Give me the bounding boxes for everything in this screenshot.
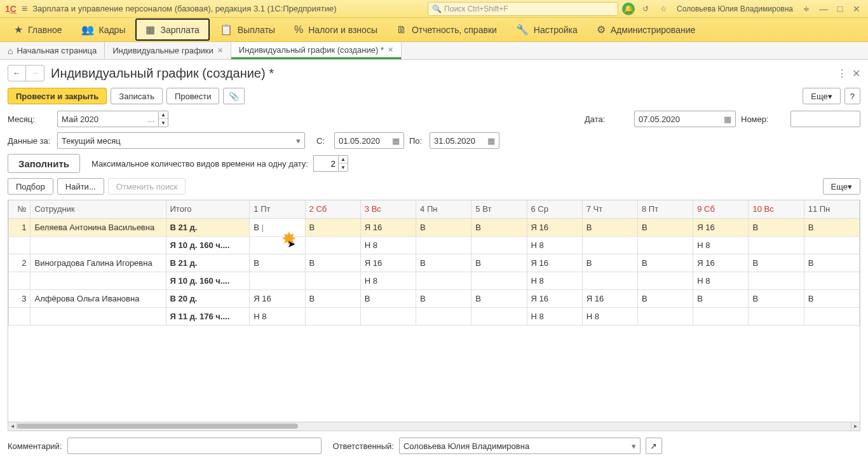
nav-forward-button[interactable]: → — [26, 66, 44, 81]
to-date: 31.05.2020 ▦ — [430, 132, 499, 149]
menu-item-1[interactable]: 👥Кадры — [72, 20, 135, 39]
tab-0[interactable]: ⌂Начальная страница — [0, 42, 105, 59]
menu-icon[interactable]: ≡ — [22, 3, 27, 15]
scroll-left-button[interactable]: ◂ — [8, 422, 17, 429]
open-responsible-button[interactable]: ↗ — [646, 438, 662, 454]
bell-icon[interactable]: 🔔 — [622, 3, 635, 15]
menu-item-5[interactable]: 🗎Отчетность, справки — [388, 20, 506, 39]
tab-2[interactable]: Индивидуальный график (создание) *✕ — [231, 42, 402, 59]
menu-item-3[interactable]: 📋Выплаты — [211, 20, 284, 39]
user-name[interactable]: Соловьева Юлия Владимировна — [677, 4, 793, 13]
filter-icon[interactable]: ≑ — [799, 2, 813, 16]
calendar-icon: ▦ — [485, 136, 495, 146]
comment-input[interactable] — [67, 438, 322, 454]
table-row[interactable]: 3Алфёрова Ольга ИвановнаВ 20 д.Я 16ВВВВЯ… — [9, 289, 860, 307]
minimize-button[interactable]: — — [817, 4, 830, 14]
search-icon: 🔍 — [432, 4, 442, 13]
menu-item-0[interactable]: ★Главное — [5, 20, 71, 39]
max-types-input[interactable] — [313, 155, 339, 172]
find-button[interactable]: Найти... — [57, 178, 104, 195]
tab-1[interactable]: Индивидуальные графики✕ — [105, 42, 231, 59]
chevron-down-icon: ▾ — [848, 182, 852, 191]
table-row[interactable]: Я 11 д. 176 ч....Н 8Н 8Н 8 — [9, 307, 860, 325]
app-title: Зарплата и управление персоналом (базова… — [32, 4, 336, 13]
chevron-down-icon[interactable]: ▾ — [629, 441, 636, 451]
data-for-select[interactable]: Текущий месяц ▾ — [57, 132, 305, 149]
menu-icon-0: ★ — [14, 24, 23, 36]
home-icon: ⌂ — [8, 46, 13, 56]
menu-icon-1: 👥 — [81, 24, 94, 36]
from-date: 01.05.2020 ▦ — [334, 132, 404, 149]
post-and-close-button[interactable]: Провести и закрыть — [8, 88, 107, 104]
table-row[interactable]: Я 10 д. 160 ч....Н 8Н 8Н 8 — [9, 272, 860, 289]
number-input[interactable] — [790, 111, 860, 127]
close-button[interactable]: ✕ — [850, 4, 863, 14]
menu-icon-6: 🔧 — [516, 24, 529, 36]
attach-button[interactable]: 📎 — [223, 88, 245, 104]
table-row[interactable]: 1Беляева Антонина ВасильевнаВ 21 д.В |ВЯ… — [9, 218, 860, 236]
page-title: Индивидуальный график (создание) * — [51, 66, 274, 81]
page: ← → Индивидуальный график (создание) * ⋮… — [0, 60, 868, 459]
tab-close-icon[interactable]: ✕ — [217, 46, 223, 55]
calendar-icon: ▦ — [390, 136, 400, 146]
horizontal-scrollbar[interactable]: ◂ ▸ — [8, 422, 860, 431]
ellipsis-icon[interactable]: ... — [145, 114, 154, 124]
menu-icon-5: 🗎 — [397, 24, 407, 36]
table-row[interactable]: Я 10 д. 160 ч....Н 8Н 8Н 8 — [9, 236, 860, 254]
main-menu: ★Главное👥Кадры▦Зарплата📋Выплаты%Налоги и… — [0, 18, 868, 42]
month-spinner[interactable]: ▲▼ — [159, 111, 168, 127]
global-search[interactable]: 🔍 Поиск Ctrl+Shift+F — [428, 2, 618, 16]
chevron-down-icon: ▾ — [828, 92, 832, 101]
logo-1c: 1С — [5, 4, 17, 14]
title-bar: 1С ≡ Зарплата и управление персоналом (б… — [0, 0, 868, 18]
month-label: Месяц: — [8, 114, 52, 124]
scroll-right-button[interactable]: ▸ — [851, 422, 860, 429]
menu-icon-2: ▦ — [146, 24, 155, 36]
month-input[interactable]: Май 2020 ... — [57, 111, 159, 127]
responsible-input[interactable]: Соловьева Юлия Владимировна ▾ — [399, 438, 641, 454]
search-placeholder: Поиск Ctrl+Shift+F — [444, 4, 508, 13]
pick-button[interactable]: Подбор — [8, 178, 53, 195]
menu-item-4[interactable]: %Налоги и взносы — [285, 20, 386, 39]
comment-label: Комментарий: — [8, 441, 62, 451]
chevron-down-icon[interactable]: ▾ — [294, 136, 301, 146]
number-label: Номер: — [741, 114, 785, 124]
menu-icon-7: ⚙ — [597, 24, 606, 36]
fill-button[interactable]: Заполнить — [8, 154, 80, 173]
max-types-spinner[interactable]: ▲▼ — [339, 155, 348, 172]
scroll-thumb[interactable] — [17, 424, 298, 429]
more-button[interactable]: Еще ▾ — [803, 88, 840, 104]
cancel-search-button: Отменить поиск — [108, 178, 186, 195]
help-button[interactable]: ? — [844, 88, 860, 104]
history-icon[interactable]: ↺ — [639, 2, 653, 16]
max-types-label: Максимальное количество видов времени на… — [92, 159, 308, 169]
menu-item-2[interactable]: ▦Зарплата — [135, 18, 209, 41]
tab-close-icon[interactable]: ✕ — [388, 46, 393, 54]
nav-back-button[interactable]: ← — [8, 66, 26, 81]
maximize-button[interactable]: □ — [834, 4, 846, 14]
grid-more-button[interactable]: Еще ▾ — [823, 178, 860, 195]
menu-item-7[interactable]: ⚙Администрирование — [588, 20, 705, 39]
star-icon[interactable]: ☆ — [656, 2, 670, 16]
nav-arrows: ← → — [8, 65, 44, 81]
page-close-button[interactable]: ✕ — [852, 67, 860, 79]
grid[interactable]: №СотрудникИтого1 Пт2 Сб3 Вс4 Пн5 Вт6 Ср7… — [8, 200, 860, 422]
responsible-label: Ответственный: — [333, 441, 394, 451]
date-label: Дата: — [585, 114, 629, 124]
data-for-label: Данные за: — [8, 136, 52, 146]
menu-item-6[interactable]: 🔧Настройка — [507, 20, 587, 39]
write-button[interactable]: Записать — [111, 88, 163, 104]
post-button[interactable]: Провести — [166, 88, 220, 104]
calendar-icon[interactable]: ▦ — [721, 114, 731, 124]
kebab-icon[interactable]: ⋮ — [837, 67, 847, 79]
table-row[interactable]: 2Виноградова Галина ИгоревнаВ 21 д.ВВЯ 1… — [9, 254, 860, 272]
tabs: ⌂Начальная страницаИндивидуальные график… — [0, 42, 868, 60]
date-input[interactable]: 07.05.2020 ▦ — [634, 111, 736, 127]
from-label: С: — [316, 136, 329, 146]
menu-icon-4: % — [294, 24, 303, 36]
to-label: По: — [409, 136, 424, 146]
menu-icon-3: 📋 — [220, 24, 233, 36]
